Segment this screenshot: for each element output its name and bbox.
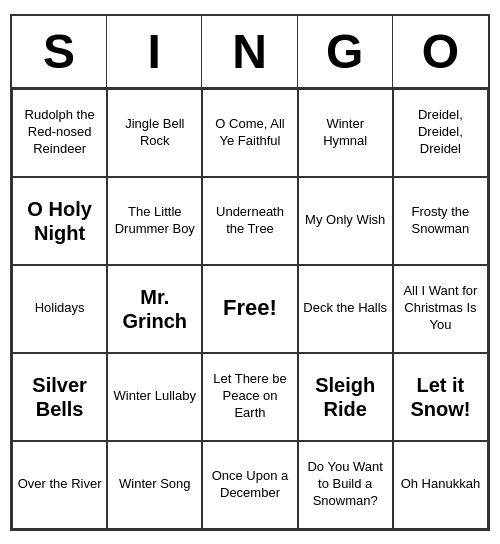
cell-23[interactable]: Do You Want to Build a Snowman?	[298, 441, 393, 529]
header-n: N	[202, 16, 297, 87]
cell-free[interactable]: Free!	[202, 265, 297, 353]
cell-21[interactable]: Winter Song	[107, 441, 202, 529]
cell-1[interactable]: Jingle Bell Rock	[107, 89, 202, 177]
cell-5[interactable]: O Holy Night	[12, 177, 107, 265]
cell-16[interactable]: Winter Lullaby	[107, 353, 202, 441]
cell-18[interactable]: Sleigh Ride	[298, 353, 393, 441]
cell-0[interactable]: Rudolph the Red-nosed Reindeer	[12, 89, 107, 177]
bingo-header: S I N G O	[12, 16, 488, 89]
cell-7[interactable]: Underneath the Tree	[202, 177, 297, 265]
header-s: S	[12, 16, 107, 87]
cell-11[interactable]: Mr. Grinch	[107, 265, 202, 353]
header-i: I	[107, 16, 202, 87]
cell-8[interactable]: My Only Wish	[298, 177, 393, 265]
cell-24[interactable]: Oh Hanukkah	[393, 441, 488, 529]
cell-20[interactable]: Over the River	[12, 441, 107, 529]
cell-15[interactable]: Silver Bells	[12, 353, 107, 441]
header-g: G	[298, 16, 393, 87]
cell-22[interactable]: Once Upon a December	[202, 441, 297, 529]
cell-3[interactable]: Winter Hymnal	[298, 89, 393, 177]
cell-10[interactable]: Holidays	[12, 265, 107, 353]
bingo-grid: Rudolph the Red-nosed Reindeer Jingle Be…	[12, 89, 488, 529]
bingo-card: S I N G O Rudolph the Red-nosed Reindeer…	[10, 14, 490, 531]
cell-19[interactable]: Let it Snow!	[393, 353, 488, 441]
cell-14[interactable]: All I Want for Christmas Is You	[393, 265, 488, 353]
cell-17[interactable]: Let There be Peace on Earth	[202, 353, 297, 441]
cell-9[interactable]: Frosty the Snowman	[393, 177, 488, 265]
header-o: O	[393, 16, 488, 87]
cell-4[interactable]: Dreidel, Dreidel, Dreidel	[393, 89, 488, 177]
cell-13[interactable]: Deck the Halls	[298, 265, 393, 353]
cell-6[interactable]: The Little Drummer Boy	[107, 177, 202, 265]
cell-2[interactable]: O Come, All Ye Faithful	[202, 89, 297, 177]
